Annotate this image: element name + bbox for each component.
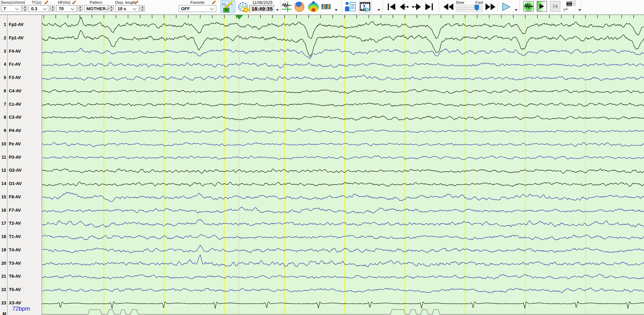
tc-step-up-button[interactable] xyxy=(50,5,55,8)
step-forward-button[interactable] xyxy=(412,3,421,11)
channel-row-t6-av[interactable]: 21T6-AV xyxy=(0,274,42,279)
disp-length-combobox[interactable]: 10 s xyxy=(115,5,139,12)
dsa-spectrogram-button[interactable] xyxy=(321,4,331,9)
channel-number: 15 xyxy=(0,195,6,199)
analysis-dropdown-caret-icon[interactable] xyxy=(335,9,338,11)
channel-row-o1-av[interactable]: 14O1-AV xyxy=(0,181,42,187)
channel-row-f3-av[interactable]: 5F3-AV xyxy=(0,75,42,81)
channel-label: Fp1-AV xyxy=(9,36,24,40)
channel-number: 21 xyxy=(0,274,6,279)
channel-label: T1-AV xyxy=(9,234,21,239)
channel-row-pz-av[interactable]: 10Pz-AV xyxy=(0,142,42,147)
channel-row-f8-av[interactable]: 15F8-AV xyxy=(0,195,42,200)
channel-row-t3-av[interactable]: 20T3-AV xyxy=(0,261,42,266)
green-waveform-icon xyxy=(524,1,533,11)
rewind-icon xyxy=(443,3,454,11)
clip-video-button[interactable]: ✂ xyxy=(563,1,576,13)
current-time[interactable]: 18:49:35 xyxy=(249,5,275,13)
time-cursor-line xyxy=(239,19,239,315)
hf-stepper xyxy=(78,5,83,12)
channel-row-fp2-av[interactable]: 1Fp2-AV xyxy=(0,22,42,28)
channel-label: T6-AV xyxy=(9,274,21,279)
channel-row-fz-av[interactable]: 4Fz-AV xyxy=(0,62,42,67)
waveform-measure-button[interactable] xyxy=(282,1,292,12)
heart-rate-value: 72bpm xyxy=(12,305,30,312)
channel-label: T3-AV xyxy=(9,261,21,266)
channel-number: 19 xyxy=(0,248,6,252)
playback-speed-slider: Slow Fast xyxy=(455,0,484,14)
separator xyxy=(581,0,581,14)
play-dropdown-caret-icon[interactable] xyxy=(515,9,518,11)
marker-row-label: M xyxy=(0,312,6,315)
slider-handle[interactable] xyxy=(475,5,479,11)
channel-row-p3-av[interactable]: 11P3-AV xyxy=(0,155,42,160)
channel-row-t1-av[interactable]: 18T1-AV xyxy=(0,234,42,240)
channel-row-c4-av[interactable]: 6C4-AV xyxy=(0,89,42,94)
pattern-step-up-button[interactable] xyxy=(109,5,114,8)
disp-length-group: Disp. length 10 s xyxy=(115,0,145,13)
hf-group: HF(Hz) 70 xyxy=(56,0,83,13)
sens-step-up-button[interactable] xyxy=(22,5,27,8)
time-cursor-marker[interactable] xyxy=(235,15,243,19)
channel-row-t2-av[interactable]: 17T2-AV xyxy=(0,221,42,226)
edit-pencil-icon[interactable] xyxy=(211,0,216,5)
go-to-start-button[interactable] xyxy=(387,3,396,11)
channel-label: P4-AV xyxy=(9,128,21,133)
skip-to-end-icon xyxy=(425,3,433,11)
chevron-down-icon xyxy=(15,6,19,10)
sens-combobox[interactable]: 7 xyxy=(1,5,22,12)
channel-row-c3-av[interactable]: 8C3-AV xyxy=(0,115,42,120)
electrode-map-settings-button[interactable] xyxy=(237,1,249,13)
video-playback-button[interactable] xyxy=(359,1,372,13)
channel-row-p4-av[interactable]: 9P4-AV xyxy=(0,128,42,134)
channel-number: 8 xyxy=(0,115,6,120)
channel-label: T4-AV xyxy=(9,248,21,252)
channel-number: 12 xyxy=(0,168,6,173)
pattern-combobox[interactable]: MOTHER xyxy=(84,5,108,12)
head-3d-icon xyxy=(294,2,304,12)
channel-label: C3-AV xyxy=(9,115,22,120)
pattern-label: Pattern xyxy=(84,0,108,4)
disp-length-step-up-button[interactable] xyxy=(140,5,145,8)
step-back-button[interactable] xyxy=(399,3,409,11)
hf-combobox[interactable]: 70 xyxy=(56,5,77,12)
brain-3d-map-button[interactable] xyxy=(294,1,305,12)
channel-number: 10 xyxy=(0,142,6,146)
play-button[interactable] xyxy=(501,2,511,11)
hf-step-down-button[interactable] xyxy=(78,9,83,12)
sens-step-down-button[interactable] xyxy=(22,9,27,12)
review-waveform-button[interactable] xyxy=(523,1,534,12)
video-dropdown-caret-icon[interactable] xyxy=(378,9,380,11)
favorite-combobox[interactable]: OFF xyxy=(179,5,216,12)
channel-row-t5-av[interactable]: 22T5-AV xyxy=(0,287,42,293)
channel-number: 16 xyxy=(0,208,6,213)
fast-forward-button[interactable] xyxy=(485,3,496,11)
tc-step-down-button[interactable] xyxy=(50,9,55,12)
edit-pencil-icon[interactable] xyxy=(44,0,49,5)
eeg-trace-area[interactable] xyxy=(42,15,644,315)
channel-row-f4-av[interactable]: 3F4-AV xyxy=(0,49,42,54)
edit-pencil-icon[interactable] xyxy=(134,0,139,5)
go-to-end-button[interactable] xyxy=(424,3,433,11)
ac-filter-50hz-button[interactable]: 50 xyxy=(220,0,235,13)
patient-information-button[interactable] xyxy=(344,1,356,12)
rewind-button[interactable] xyxy=(443,3,454,11)
tc-combobox[interactable]: 0.3 xyxy=(29,5,49,12)
channel-row-f7-av[interactable]: 16F7-AV xyxy=(0,208,42,213)
channel-row-cz-av[interactable]: 7Cz-AV xyxy=(0,102,42,107)
channel-row-fp1-av[interactable]: 2Fp1-AV xyxy=(0,36,42,41)
edit-pencil-icon[interactable] xyxy=(72,0,77,5)
channel-row-o2-av[interactable]: 12O2-AV xyxy=(0,168,42,173)
play-from-here-button[interactable] xyxy=(537,1,547,12)
channel-number: 23 xyxy=(0,301,6,305)
separator xyxy=(519,1,520,12)
hf-step-up-button[interactable] xyxy=(78,5,83,8)
channel-row-t4-av[interactable]: 19T4-AV xyxy=(0,248,42,253)
disp-length-step-down-button[interactable] xyxy=(140,9,145,12)
topography-map-button[interactable] xyxy=(308,1,319,12)
pattern-step-down-button[interactable] xyxy=(109,9,114,12)
previous-segment-button[interactable] xyxy=(550,1,560,12)
clip-dropdown-caret-icon[interactable] xyxy=(578,9,581,11)
channel-label: O2-AV xyxy=(9,168,22,173)
time-dropdown-caret-icon[interactable] xyxy=(276,9,279,11)
